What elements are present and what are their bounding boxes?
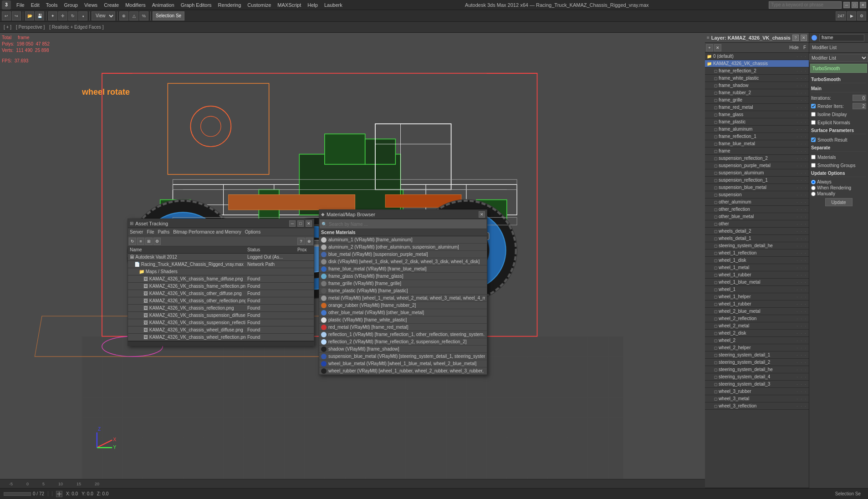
layer-item[interactable]: ◻suspension_blue_metal· · · xyxy=(705,184,809,191)
asset-menu-paths[interactable]: Paths xyxy=(158,229,170,234)
menu-rendering[interactable]: Rendering xyxy=(215,1,244,9)
save-btn[interactable]: 💾 xyxy=(35,11,44,20)
layer-item[interactable]: ◻wheel_1_blue_metal· · · xyxy=(705,279,809,286)
menu-modifiers[interactable]: Modifiers xyxy=(123,1,148,9)
scale-btn[interactable]: ⬧ xyxy=(78,11,87,20)
layer-item[interactable]: 📁KAMAZ_4326_VK_chassis· · · xyxy=(705,60,809,67)
material-item[interactable]: frame_plastic (VRayMtl) [frame_plastic] xyxy=(319,287,487,295)
asset-menu-file[interactable]: File xyxy=(147,229,154,234)
ts-update-btn[interactable]: Update xyxy=(825,198,853,206)
material-item[interactable]: reflection_2 (VRayMtl) [frame_reflection… xyxy=(319,338,487,346)
layer-item[interactable]: ◻other_blue_metal· · · xyxy=(705,213,809,220)
open-btn[interactable]: 📂 xyxy=(25,11,34,20)
turbosmooth-modifier[interactable]: TurboSmooth xyxy=(810,64,867,73)
layer-item[interactable]: ◻frame_grille· · · xyxy=(705,97,809,104)
win-minimize[interactable]: ─ xyxy=(843,2,850,8)
layer-item[interactable]: ◻wheel_1_reflection· · · xyxy=(705,250,809,257)
layer-item[interactable]: ◻steering_system_detail_he· · · xyxy=(705,366,809,373)
ts-always-radio[interactable] xyxy=(811,180,816,184)
material-item[interactable]: reflection_1 (VRayMtl) [frame_reflection… xyxy=(319,331,487,338)
layer-item[interactable]: ◻wheel_1· · · xyxy=(705,286,809,293)
ts-manually-radio[interactable] xyxy=(811,192,816,196)
layer-item[interactable]: ◻frame_blue_metal· · · xyxy=(705,140,809,148)
layer-item[interactable]: ◻wheel_2· · · xyxy=(705,337,809,344)
layer-item[interactable]: ◻frame_glass· · · xyxy=(705,111,809,118)
asset-menu-server[interactable]: Server xyxy=(130,229,143,234)
material-list[interactable]: aluminum_1 (VRayMtl) [frame_aluminum]alu… xyxy=(319,236,487,375)
material-item[interactable]: suspension_blue_metal (VRayMtl) [steerin… xyxy=(319,353,487,360)
menu-customize[interactable]: Customize xyxy=(245,1,274,9)
layer-item[interactable]: ◻wheel_1_helper· · · xyxy=(705,293,809,300)
layer-item[interactable]: ◻frame_reflection_2· · · xyxy=(705,67,809,75)
layer-item[interactable]: ◻wheel_2_metal· · · xyxy=(705,322,809,330)
menu-graph-editors[interactable]: Graph Editors xyxy=(178,1,214,9)
material-item[interactable]: frame_blue_metal (VRayMtl) [frame_blue_m… xyxy=(319,265,487,273)
modifier-color-sphere[interactable] xyxy=(811,35,817,41)
layer-item[interactable]: ◻other· · · xyxy=(705,220,809,228)
material-item[interactable]: orange_rubber (VRayMtl) [frame_rubber_2] xyxy=(319,302,487,309)
material-item[interactable]: red_metal (VRayMtl) [frame_red_metal] xyxy=(319,324,487,331)
win-close[interactable]: ✕ xyxy=(860,2,866,8)
material-item[interactable]: shadow (VRayMtl) [frame_shadow] xyxy=(319,346,487,353)
layer-item[interactable]: ◻wheel_2_disk· · · xyxy=(705,330,809,337)
layer-item[interactable]: ◻wheels_detail_2· · · xyxy=(705,228,809,235)
view-dropdown[interactable]: View xyxy=(92,11,115,20)
render-settings-btn[interactable]: ⚙ xyxy=(857,11,866,20)
layer-item[interactable]: ◻frame_shadow· · · xyxy=(705,82,809,89)
ts-smooth-result-checkbox[interactable] xyxy=(811,137,816,142)
layer-item[interactable]: ◻steering_system_detail_4· · · xyxy=(705,373,809,381)
layer-item[interactable]: ◻wheel_2_blue_metal· · · xyxy=(705,308,809,315)
asset-row[interactable]: 🖼 KAMAZ_4326_VK_chassis_other_diffuse.pn… xyxy=(128,290,314,297)
ts-when-rendering-radio[interactable] xyxy=(811,186,816,190)
layers-list[interactable]: 📁0 (default)· · ·📁KAMAZ_4326_VK_chassis·… xyxy=(705,53,809,488)
layer-item[interactable]: ◻suspension_purple_metal· · · xyxy=(705,162,809,169)
asset-help-btn[interactable]: ? xyxy=(297,238,305,245)
ts-render-iters-input[interactable] xyxy=(853,103,866,109)
asset-close-btn[interactable]: ✕ xyxy=(306,220,312,227)
vp-perspective[interactable]: [ Perspective ] xyxy=(14,25,46,30)
ts-render-iters-checkbox[interactable] xyxy=(811,104,816,108)
asset-row[interactable]: 🖼 KAMAZ_4326_VK_chassis_wheel_reflection… xyxy=(128,334,314,341)
layer-item[interactable]: ◻frame_red_metal· · · xyxy=(705,104,809,111)
menu-file[interactable]: File xyxy=(14,1,27,9)
asset-row[interactable]: 🖼 KAMAZ_4326_VK_chassis_suspension_refle… xyxy=(128,319,314,326)
asset-row[interactable]: 🏛 Autodesk Vault 2012Logged Out (As... xyxy=(128,254,314,261)
layer-item[interactable]: ◻frame_plastic· · · xyxy=(705,118,809,126)
asset-minimize-btn[interactable]: ─ xyxy=(289,220,296,227)
asset-menu-options[interactable]: Options xyxy=(245,229,260,234)
ts-materials-checkbox[interactable] xyxy=(811,155,816,159)
material-item[interactable]: other_blue_metal (VRayMtl) [other_blue_m… xyxy=(319,309,487,316)
layer-item[interactable]: ◻frame_rubber_2· · · xyxy=(705,89,809,97)
layer-item[interactable]: ◻suspension· · · xyxy=(705,191,809,199)
layers-panel-help[interactable]: ? xyxy=(792,35,799,41)
asset-row[interactable]: 🖼 KAMAZ_4326_VK_chassis_suspension_diffu… xyxy=(128,312,314,319)
layer-item[interactable]: ◻frame_aluminum· · · xyxy=(705,126,809,133)
material-item[interactable]: wheel_rubber (VRayMtl) [wheel_1_rubber, … xyxy=(319,367,487,375)
layer-item[interactable]: ◻frame_reflection_1· · · xyxy=(705,133,809,140)
menu-group[interactable]: Group xyxy=(61,1,81,9)
win-maximize[interactable]: □ xyxy=(852,2,858,8)
layer-item[interactable]: ◻wheel_1_rubber· · · xyxy=(705,271,809,279)
snap-btn[interactable]: ⊕ xyxy=(119,11,128,20)
ts-explicit-checkbox[interactable] xyxy=(811,120,816,125)
layer-item[interactable]: ◻wheel_1_rubber· · · xyxy=(705,300,809,308)
layer-item[interactable]: ◻steering_system_detail_3· · · xyxy=(705,381,809,388)
menu-animation[interactable]: Animation xyxy=(149,1,177,9)
material-close-btn[interactable]: ✕ xyxy=(479,211,485,218)
layer-item[interactable]: ◻suspension_aluminum· · · xyxy=(705,169,809,177)
angle-snap-btn[interactable]: △ xyxy=(129,11,138,20)
menu-edit[interactable]: Edit xyxy=(28,1,42,9)
select-btn[interactable]: ✦ xyxy=(48,11,57,20)
undo-btn[interactable]: ↩ xyxy=(2,11,11,20)
material-search-input[interactable] xyxy=(329,222,485,227)
asset-row[interactable]: 🖼 KAMAZ_4326_VK_chassis_other_reflection… xyxy=(128,297,314,305)
asset-expand-btn[interactable]: ⊕ xyxy=(306,238,313,245)
asset-icon-view-btn[interactable]: ⊞ xyxy=(145,238,153,245)
asset-list[interactable]: 🏛 Autodesk Vault 2012Logged Out (As...📄 … xyxy=(128,254,314,341)
create-selection-btn[interactable]: Selection Se xyxy=(153,11,184,20)
rotate-btn[interactable]: ↻ xyxy=(68,11,77,20)
layer-item[interactable]: ◻steering_system_detail_2· · · xyxy=(705,359,809,366)
layer-item[interactable]: ◻steering_system_detail_1· · · xyxy=(705,351,809,359)
ts-isoline-checkbox[interactable] xyxy=(811,112,816,117)
menu-help[interactable]: Help xyxy=(305,1,321,9)
